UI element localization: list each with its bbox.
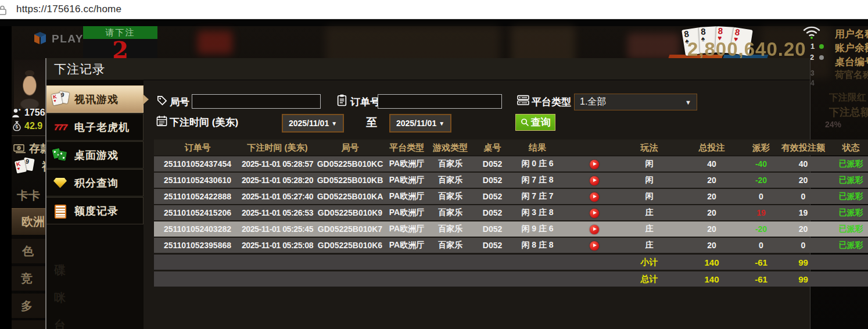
modal-title-bar: 下注记录 bbox=[46, 58, 810, 80]
sidebar-item[interactable]: 欧洲 bbox=[12, 208, 45, 235]
user-id: 1756 bbox=[24, 108, 45, 118]
date-from-picker[interactable]: 2025/11/01 ▼ bbox=[282, 114, 344, 133]
summary-row: 小计140-6199 bbox=[154, 255, 868, 270]
table-row[interactable]: 2511010524152062025-11-01 05:26:53GD0522… bbox=[154, 205, 868, 220]
sidebar-item[interactable]: 色 bbox=[12, 239, 45, 263]
deposit-icon: $ bbox=[13, 144, 26, 154]
replay-icon[interactable] bbox=[590, 160, 599, 169]
table-header-row: 订单号下注时间 (美东)局号平台类型游戏类型桌号结果玩法总投注派彩有效投注额状态 bbox=[154, 140, 868, 155]
svg-text:$: $ bbox=[15, 124, 18, 130]
bet-total-label: 下注总额 bbox=[829, 105, 868, 119]
clipboard-icon bbox=[337, 94, 347, 109]
modal-menu-item-label: 积分查询 bbox=[74, 176, 119, 190]
slots-icon: 777 bbox=[52, 119, 69, 135]
stream-number-2[interactable]: 2 bbox=[810, 53, 814, 62]
replay-icon[interactable] bbox=[590, 192, 599, 202]
cards-icon: 9K♥ bbox=[52, 91, 69, 108]
browser-address-bar[interactable]: https://175616.cc/home bbox=[0, 0, 868, 19]
user-icon: * bbox=[12, 108, 21, 118]
summary-row: 总计140-6199 bbox=[154, 271, 868, 287]
commission-percent: 24% bbox=[825, 120, 841, 129]
sidebar-item-partial[interactable] bbox=[12, 320, 45, 329]
replay-icon[interactable] bbox=[590, 241, 599, 251]
lock-icon bbox=[0, 4, 8, 18]
table-row[interactable]: 2511010524374542025-11-01 05:28:57GD0522… bbox=[154, 156, 868, 171]
table-games-icon bbox=[52, 147, 69, 163]
platform-type-value: 1.全部 bbox=[575, 96, 685, 108]
sidebar-divider bbox=[12, 135, 45, 136]
replay-icon[interactable] bbox=[590, 225, 599, 234]
wifi-icon bbox=[802, 24, 822, 42]
table-row[interactable]: 2511010524032822025-11-01 05:25:45GD0522… bbox=[154, 221, 868, 237]
modal-menu-item-视讯游戏[interactable]: 9K♥视讯游戏 bbox=[46, 85, 144, 113]
svg-text:*: * bbox=[19, 108, 21, 113]
left-black-column bbox=[0, 26, 12, 329]
table-row[interactable]: 2511010524306102025-11-01 05:28:20GD0522… bbox=[154, 173, 868, 188]
table-row[interactable]: 2511010523958682025-11-01 05:25:08GD0522… bbox=[154, 238, 868, 253]
modal-menu-item-桌面游戏[interactable]: 桌面游戏 bbox=[46, 141, 144, 169]
background-blur bbox=[198, 31, 232, 54]
platform-type-label: 平台类型 bbox=[532, 95, 571, 109]
modal-menu-item-电子老虎机[interactable]: 777电子老虎机 bbox=[46, 113, 144, 141]
url-text[interactable]: https://175616.cc/home bbox=[16, 3, 121, 15]
chevron-down-icon: ▼ bbox=[331, 120, 337, 127]
stream-number-1[interactable]: 1 bbox=[810, 42, 815, 51]
dealer-name-label: 荷官名称 bbox=[835, 69, 868, 81]
search-icon bbox=[521, 118, 529, 127]
user-id-row: * 1756 bbox=[12, 108, 45, 118]
date-to-picker[interactable]: 2025/11/01 ▼ bbox=[389, 114, 451, 133]
sidebar-menu: 卡卡欧洲色竞多 bbox=[12, 187, 45, 318]
avatar[interactable] bbox=[14, 60, 45, 109]
modal-menu-item-label: 电子老虎机 bbox=[74, 120, 130, 134]
chevron-down-icon: ▼ bbox=[685, 99, 697, 106]
stream-dot-green bbox=[819, 44, 824, 49]
tag-icon bbox=[156, 95, 167, 108]
date-range-to-label: 至 bbox=[366, 115, 377, 130]
search-button-label: 查询 bbox=[531, 116, 551, 129]
date-from-value: 2025/11/01 bbox=[289, 119, 329, 128]
platform-icon bbox=[517, 95, 529, 108]
modal-menu-item-积分查询[interactable]: 积分查询 bbox=[46, 169, 144, 196]
search-button[interactable]: 查询 bbox=[515, 114, 555, 131]
modal-menu-item-额度记录[interactable]: 额度记录 bbox=[46, 197, 144, 224]
sidebar-item[interactable]: 卡卡 bbox=[12, 187, 45, 206]
sidebar-item[interactable]: 竞 bbox=[12, 266, 45, 291]
bet-limit-label: 下注限红 bbox=[829, 92, 866, 104]
stream-number-3: 3 bbox=[810, 69, 815, 77]
user-balance: 42.9 bbox=[24, 121, 42, 131]
table-balance-amount: 2,800,640.20 bbox=[687, 38, 806, 60]
playace-logo-icon bbox=[33, 31, 48, 47]
points-icon bbox=[52, 175, 69, 191]
account-balance-label: 账户余额 bbox=[835, 41, 868, 55]
balance-row: $ 42.9 bbox=[12, 120, 42, 131]
round-number-input[interactable] bbox=[192, 94, 321, 109]
records-icon bbox=[52, 203, 69, 219]
modal-title: 下注记录 bbox=[46, 58, 810, 80]
calendar-icon bbox=[156, 115, 167, 129]
bet-time-label: 下注时间 (美东) bbox=[170, 116, 238, 129]
table-row[interactable]: 2511010524228882025-11-01 05:27:40GD0522… bbox=[154, 189, 868, 204]
modal-menu-item-label: 额度记录 bbox=[74, 204, 119, 218]
username-label: 用户名称 bbox=[835, 27, 868, 41]
bet-countdown-panel: 请下注 2 bbox=[83, 26, 157, 61]
platform-type-select[interactable]: 1.全部 ▼ bbox=[574, 94, 697, 110]
stream-dot-gray bbox=[819, 55, 824, 60]
stream-number-4: 4 bbox=[810, 79, 815, 87]
date-to-value: 2025/11/01 bbox=[396, 119, 436, 128]
modal-menu: 碟咪台 9K♥视讯游戏777电子老虎机桌面游戏积分查询额度记录 bbox=[46, 80, 144, 329]
replay-icon[interactable] bbox=[590, 176, 599, 185]
sidebar-item[interactable]: 多 bbox=[12, 294, 45, 318]
modal-menu-item-label: 桌面游戏 bbox=[74, 148, 119, 162]
money-bag-icon: $ bbox=[12, 120, 21, 131]
cards-icon: 9K♥ bbox=[16, 158, 33, 176]
round-number-label: 局号 bbox=[170, 95, 189, 109]
top-strip bbox=[0, 19, 868, 26]
order-number-label: 订单号 bbox=[350, 95, 380, 109]
table-number-label: 桌台编号 bbox=[835, 55, 868, 69]
chevron-down-icon: ▼ bbox=[439, 120, 444, 127]
order-number-input[interactable] bbox=[378, 94, 502, 109]
modal-menu-item-label: 视讯游戏 bbox=[74, 92, 119, 106]
bet-table: 订单号下注时间 (美东)局号平台类型游戏类型桌号结果玩法总投注派彩有效投注额状态… bbox=[154, 140, 868, 287]
replay-icon[interactable] bbox=[590, 209, 599, 218]
